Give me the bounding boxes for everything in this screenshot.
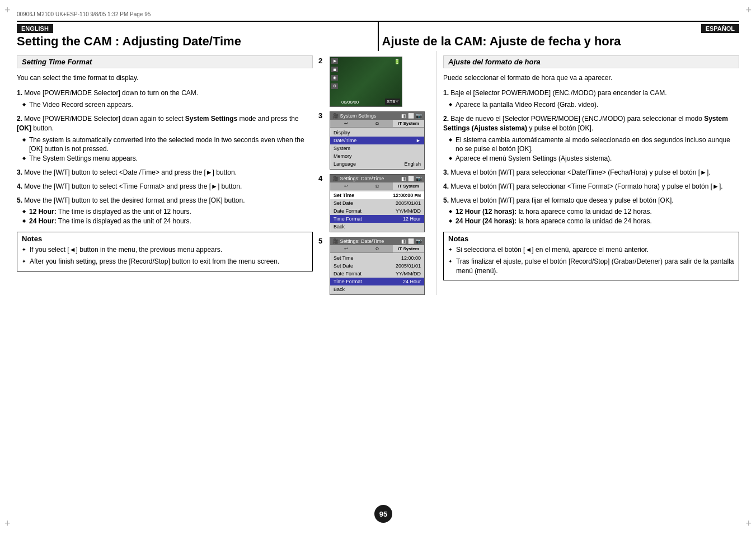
top-meta: 00906J M2100 UK+ESP-110 9/8/05 1:32 PM P… xyxy=(17,11,739,17)
note-en-1: If you select [◄] button in the menu, th… xyxy=(22,245,308,255)
screen3: 🎥 System Settings ◧ ⬜ 📷 ↩ Ω iT System xyxy=(330,111,425,170)
lang-badge-espanol: ESPAÑOL xyxy=(701,24,739,33)
section-title-espanol: Ajuste de la CAM: Ajuste de fecha y hora xyxy=(382,34,740,49)
crosshair-br: + xyxy=(745,518,752,530)
col-english: Setting Time Format You can select the t… xyxy=(17,51,318,295)
note-es-2: Tras finalizar el ajuste, pulse el botón… xyxy=(448,257,734,276)
main-layout: Setting Time Format You can select the t… xyxy=(17,51,739,295)
steps-english: 1. Move [POWER/MODE Selector] down to tu… xyxy=(17,88,313,226)
subsection-header-english: Setting Time Format xyxy=(17,55,313,68)
crosshair-bl: + xyxy=(4,518,11,530)
vid-icon-1: ▶ xyxy=(331,58,338,64)
doc-meta: 00906J M2100 UK+ESP-110 9/8/05 1:32 PM P… xyxy=(17,11,151,17)
vid-icon-4: ⚙ xyxy=(331,83,338,89)
screen3-title: 🎥 System Settings xyxy=(332,113,377,119)
notes-list-english: If you select [◄] button in the menu, th… xyxy=(22,245,308,266)
crosshair-tr: + xyxy=(745,4,752,16)
notes-box-espanol: Notas Si selecciona el botón [◄] en el m… xyxy=(443,232,739,280)
notes-box-english: Notes If you select [◄] button in the me… xyxy=(17,232,313,271)
step-2-es: 2. Baje de nuevo el [Selector POWER/MODE… xyxy=(443,114,739,163)
screen4-title: 🎥 Settings: Date/Time xyxy=(332,176,384,181)
header-left: ENGLISH Setting the CAM : Adjusting Date… xyxy=(17,22,374,51)
screen5-wrapper: 5 🎥 Settings: Date/Time ◧ ⬜ 📷 ↩ Ω iT Sys xyxy=(318,237,425,295)
notes-title-english: Notes xyxy=(22,235,308,243)
note-en-2: After you finish setting, press the [Rec… xyxy=(22,257,308,266)
screen5: 🎥 Settings: Date/Time ◧ ⬜ 📷 ↩ Ω iT Syste… xyxy=(330,237,425,295)
step-2-en: 2. Move [POWER/MODE Selector] down again… xyxy=(17,114,313,163)
step-4-en: 4. Move the [W/T] button to select <Time… xyxy=(17,182,313,191)
step-4-es: 4. Mueva el botón [W/T] para seleccionar… xyxy=(443,182,739,191)
subsection-header-espanol: Ajuste del formato de hora xyxy=(443,55,739,68)
lang-badge-english: ENGLISH xyxy=(17,24,53,33)
page-container: + + + + 00906J M2100 UK+ESP-110 9/8/05 1… xyxy=(0,0,756,534)
step-5-es: 5. Mueva el botón [W/T] para fijar el fo… xyxy=(443,196,739,226)
screen2: ▶ ⏹ ◉ ⚙ STBY 00/00/00 🔋 xyxy=(330,57,402,107)
col-espanol: Ajuste del formato de hora Puede selecci… xyxy=(436,51,739,295)
screen4: 🎥 Settings: Date/Time ◧ ⬜ 📷 ↩ Ω iT Syste… xyxy=(330,174,425,232)
screen5-title: 🎥 Settings: Date/Time xyxy=(332,238,384,244)
steps-espanol: 1. Baje el [Selector POWER/MODE] (ENC./M… xyxy=(443,88,739,226)
header-right: ESPAÑOL Ajuste de la CAM: Ajuste de fech… xyxy=(382,22,740,51)
date-overlay: 00/00/00 xyxy=(341,100,359,105)
screen4-wrapper: 4 🎥 Settings: Date/Time ◧ ⬜ 📷 ↩ Ω iT Sys xyxy=(318,174,425,232)
section-title-english: Setting the CAM : Adjusting Date/Time xyxy=(17,34,374,49)
vid-icon-3: ◉ xyxy=(331,75,338,81)
intro-english: You can select the time format to displa… xyxy=(17,73,313,83)
note-es-1: Si selecciona el botón [◄] en el menú, a… xyxy=(448,245,734,255)
step-1-en: 1. Move [POWER/MODE Selector] down to tu… xyxy=(17,88,313,110)
step-3-es: 3. Mueva el botón [W/T] para seleccionar… xyxy=(443,168,739,177)
battery-icon: 🔋 xyxy=(394,59,400,64)
crosshair-tl: + xyxy=(4,4,11,16)
notes-list-espanol: Si selecciona el botón [◄] en el menú, a… xyxy=(448,245,734,275)
screens-column: 2 ▶ ⏹ ◉ ⚙ STBY 00/00/00 xyxy=(318,51,436,295)
notes-title-espanol: Notas xyxy=(448,235,734,243)
screen3-wrapper: 3 🎥 System Settings ◧ ⬜ 📷 ↩ Ω iT System xyxy=(318,111,425,170)
page-number: 95 xyxy=(374,505,392,523)
header-row: ENGLISH Setting the CAM : Adjusting Date… xyxy=(17,21,739,51)
step-1-es: 1. Baje el [Selector POWER/MODE] (ENC./M… xyxy=(443,88,739,110)
step-3-en: 3. Move the [W/T] button to select <Date… xyxy=(17,168,313,177)
step-5-en: 5. Move the [W/T] button to set the desi… xyxy=(17,196,313,226)
stby-label: STBY xyxy=(385,99,400,105)
vid-icon-2: ⏹ xyxy=(331,67,338,72)
intro-espanol: Puede seleccionar el formato de hora que… xyxy=(443,73,739,83)
screen2-wrapper: 2 ▶ ⏹ ◉ ⚙ STBY 00/00/00 xyxy=(318,57,402,107)
